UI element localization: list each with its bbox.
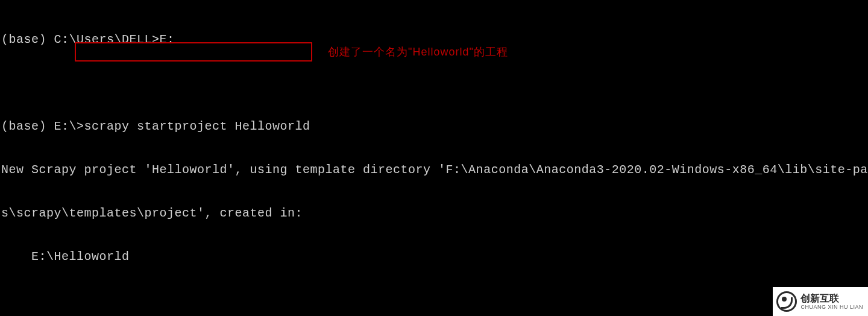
terminal-line: (base) E:\>scrapy startproject Helloworl… [1, 119, 867, 134]
terminal-line [1, 76, 867, 90]
command-text: E: [160, 33, 175, 46]
annotation-text: 创建了一个名为"Helloworld"的工程 [328, 45, 508, 59]
prompt: (base) E:\> [1, 119, 84, 133]
terminal-line: s\scrapy\templates\project', created in: [1, 206, 867, 221]
prompt: (base) C:\Users\DELL> [1, 33, 160, 46]
command-text: scrapy startproject Helloworld [84, 119, 310, 133]
terminal-line: E:\Helloworld [1, 250, 867, 264]
watermark: 创新互联 CHUANG XIN HU LIAN [773, 287, 868, 316]
terminal-line [1, 293, 867, 308]
terminal-line: New Scrapy project 'Helloworld', using t… [1, 163, 867, 177]
watermark-logo-icon [776, 291, 797, 312]
watermark-title: 创新互联 [800, 293, 863, 304]
watermark-subtitle: CHUANG XIN HU LIAN [800, 304, 863, 311]
